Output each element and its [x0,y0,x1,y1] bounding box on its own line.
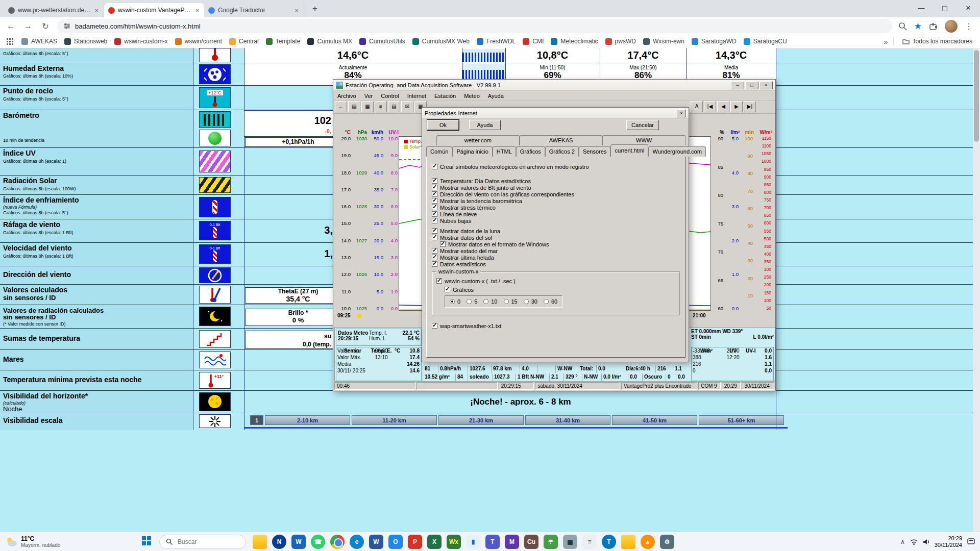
wifi-icon[interactable] [910,539,918,545]
radio-option[interactable]: 30 [524,298,537,305]
checkbox[interactable]: ✓ [432,211,437,217]
menu-item[interactable]: Ayuda [484,93,508,99]
checkbox[interactable]: ✓ [432,235,437,240]
browser-menu-icon[interactable]: ⋮ [965,21,973,31]
radio-icon[interactable] [544,299,549,304]
file-explorer-icon[interactable] [253,535,267,549]
tray-clock[interactable]: 20:29 30/11/2024 [935,535,962,548]
dialog-tab[interactable]: WWW [602,135,685,145]
apps-grid-icon[interactable] [6,38,14,45]
dialog-title-bar[interactable]: Propiedades-Internet × [422,108,689,119]
toolbar-button[interactable]: ◀ [717,101,729,112]
bookmark-item[interactable]: Template [262,36,304,46]
menu-item[interactable]: Control [377,93,403,99]
menu-item[interactable]: Archivo [333,93,360,99]
folder-icon[interactable] [621,535,635,549]
taskbar-search[interactable] [159,535,246,549]
radio-option[interactable]: 10 [483,298,497,305]
toolbar-button[interactable]: A [691,101,703,112]
bookmark-item[interactable]: Cumulus MX [304,36,356,46]
bookmark-item[interactable]: Central [226,36,262,46]
checkbox[interactable]: ✓ [432,255,437,260]
browser-maximize-button[interactable]: ▢ [933,0,957,17]
tab-close-icon[interactable]: × [93,7,100,14]
dialog-tab[interactable]: Página inicio [452,146,492,157]
calculator-icon[interactable]: ≡ [582,535,597,549]
start-button[interactable] [138,536,155,547]
checkbox[interactable]: ✓ [445,287,450,292]
app-title-bar[interactable]: Estación Operating- and Data Acquisition… [333,80,775,91]
bookmark-star-icon[interactable]: ★ [914,21,922,32]
search-input[interactable] [177,538,233,546]
toolbar-button[interactable]: ▤ [388,101,400,112]
back-icon[interactable]: ← [5,21,16,31]
cancel-button[interactable]: Cancelar [626,120,659,130]
dialog-tab[interactable]: Sensores [579,146,610,157]
wxsim-icon[interactable]: Wx [447,535,461,549]
toolbar-button[interactable]: |◀ [704,101,716,112]
weather-gov-icon[interactable]: W [291,535,306,549]
bookmark-item[interactable]: Meteoclimatic [547,36,601,46]
bookmarks-overflow-icon[interactable]: » [884,37,888,46]
taskbar-weather-widget[interactable]: 11°C Mayorm. nublado [0,535,77,548]
bookmark-item[interactable]: CumulusUtils [356,36,409,46]
whatsapp-icon[interactable]: ☎ [311,535,325,549]
radio-option[interactable]: 60 [544,298,557,305]
toolbar-button[interactable]: ▶ [730,101,743,112]
bookmark-item[interactable]: Stationsweb [61,36,111,46]
edge-icon[interactable]: e [350,535,364,549]
bookmark-item[interactable]: Wxsim-ewn [640,36,688,46]
dialog-tab[interactable]: Gráficos 2 [545,146,579,157]
browser-tab[interactable]: Google Traductor × [204,3,304,17]
radio-icon[interactable] [450,299,455,304]
app-window-button[interactable]: □ [745,81,758,89]
radio-icon[interactable] [483,299,488,304]
dialog-tab[interactable]: AWEKAS [520,135,603,145]
volume-icon[interactable] [923,539,929,545]
extensions-icon[interactable] [929,22,938,31]
teamviewer-icon[interactable]: T [602,535,616,549]
app-window-button[interactable]: – [731,81,744,89]
new-tab-button[interactable]: + [308,3,322,16]
bookmark-item[interactable]: CMI [519,36,547,46]
bookmark-item[interactable]: AWEKAS [18,36,61,46]
checkbox[interactable]: ✓ [436,278,442,284]
teams-icon[interactable]: T [485,535,500,549]
toolbar-button[interactable]: ✉ [401,101,413,112]
browser-minimize-button[interactable]: — [910,0,933,17]
pdf-icon[interactable]: P [408,535,422,549]
toolbar-button[interactable]: ← [335,101,347,112]
radio-icon[interactable] [467,299,472,304]
bookmark-item[interactable]: wswin-custom-x [111,36,171,46]
help-button[interactable]: Ayuda [469,120,501,130]
cumulusutils-icon[interactable]: Cu [524,535,538,549]
checkbox[interactable]: ✓ [432,261,437,267]
chrome-icon[interactable] [330,535,345,549]
toolbar-button[interactable]: ≡ [375,101,387,112]
checkbox[interactable]: ✓ [432,185,437,190]
dialog-tab[interactable]: Común [426,146,452,157]
checkbox[interactable]: ✓ [440,241,446,247]
word-icon[interactable]: W [369,535,383,549]
ok-button[interactable]: Ok [427,120,459,130]
dialog-tab[interactable]: Gráficos [516,146,545,157]
vlc-icon[interactable]: ▲ [641,535,655,549]
checkbox[interactable]: ✓ [432,228,437,234]
app-window-button[interactable]: × [760,81,773,89]
notifications-icon[interactable] [967,538,975,545]
bookmark-item[interactable]: pwsWD [602,36,640,46]
dialog-tab[interactable]: HTML [493,146,516,157]
dialog-tab[interactable]: wetter.com [436,135,520,145]
radio-option[interactable]: 5 [467,298,477,305]
bookmark-item[interactable]: CumulusMX Web [409,36,473,46]
toolbar-button[interactable]: ▦ [361,101,374,112]
browser-tab[interactable]: wswin-custom VantageProPlus × [104,3,204,17]
radio-option[interactable]: 15 [504,298,518,305]
checkbox[interactable]: ✓ [432,323,437,329]
checkbox[interactable]: ✓ [432,178,437,184]
all-bookmarks-button[interactable]: Todos los marcadores [899,36,976,46]
dialog-tab[interactable]: current.html [610,144,648,157]
tray-chevron-icon[interactable]: ∧ [900,538,905,545]
bookmark-item[interactable]: SaratogaWD [688,36,740,46]
noaa-icon[interactable]: N [272,535,286,549]
